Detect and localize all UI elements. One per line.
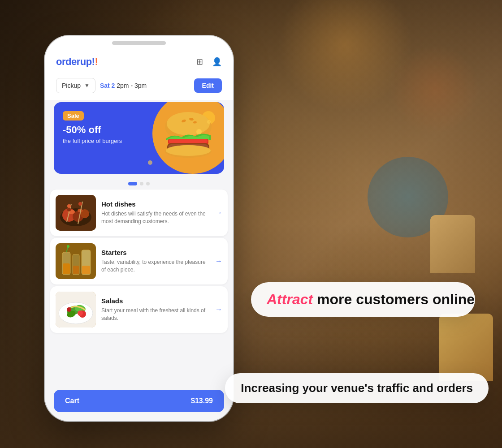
- edit-button[interactable]: Edit: [194, 78, 222, 93]
- attract-suffix: more customers online: [313, 291, 475, 307]
- cart-button[interactable]: Cart $13.99: [54, 390, 224, 412]
- promo-dot-2: [207, 120, 211, 124]
- salads-content: Salads Start your meal with the freshest…: [101, 297, 210, 322]
- promo-dot-3: [148, 160, 152, 165]
- promo-banner[interactable]: Sale -50% off the full price of burgers: [54, 102, 224, 174]
- starters-arrow[interactable]: →: [215, 257, 222, 265]
- salads-title: Salads: [101, 297, 210, 305]
- attract-highlight: Attract: [267, 291, 313, 307]
- sale-badge: Sale: [63, 111, 84, 121]
- traffic-callout: Increasing your venue's traffic and orde…: [225, 373, 489, 403]
- phone-screen: orderup!! ⊞ 👤 Pickup ▼ Sat 2 2pm - 3pm E…: [45, 36, 233, 421]
- carousel-dots: [45, 178, 233, 188]
- pickup-label: Pickup: [62, 82, 81, 89]
- logo-text: orderup!: [56, 56, 95, 67]
- hot-dishes-title: Hot dishes: [101, 200, 210, 208]
- starters-title: Starters: [101, 249, 210, 256]
- filter-icon[interactable]: ⊞: [196, 57, 203, 67]
- svg-point-22: [78, 202, 82, 206]
- svg-point-1: [167, 112, 210, 135]
- promo-dot-1: [196, 129, 202, 134]
- menu-item-salads[interactable]: Salads Start your meal with the freshest…: [50, 286, 228, 333]
- dot-3[interactable]: [146, 182, 150, 185]
- menu-item-starters[interactable]: Starters Taste, variability, to experien…: [50, 238, 228, 284]
- date-label: Sat 2: [100, 82, 115, 89]
- chair-1: [430, 215, 475, 273]
- logo-exclamation: !: [95, 56, 98, 67]
- phone-notch: [112, 41, 166, 45]
- time-label: 2pm - 3pm: [117, 82, 147, 89]
- hot-dishes-content: Hot dishes Hot dishes will satisfy the n…: [101, 200, 210, 225]
- promo-subtitle: the full price of burgers: [63, 138, 122, 144]
- hot-dishes-desc: Hot dishes will satisfy the needs of eve…: [101, 210, 210, 225]
- dot-1[interactable]: [128, 182, 137, 185]
- hot-dishes-arrow[interactable]: →: [215, 209, 222, 217]
- light-decoration-2: [390, 45, 480, 134]
- attract-callout-text: Attract more customers online: [267, 291, 459, 308]
- pickup-bar: Pickup ▼ Sat 2 2pm - 3pm Edit: [45, 74, 233, 100]
- menu-item-hot-dishes[interactable]: Hot dishes Hot dishes will satisfy the n…: [50, 190, 228, 236]
- svg-rect-27: [63, 263, 70, 274]
- phone-frame: orderup!! ⊞ 👤 Pickup ▼ Sat 2 2pm - 3pm E…: [45, 36, 233, 421]
- salads-arrow[interactable]: →: [215, 306, 222, 314]
- cart-label: Cart: [65, 397, 79, 405]
- svg-point-31: [67, 245, 69, 248]
- starters-content: Starters Taste, variability, to experien…: [101, 249, 210, 274]
- chair-2: [439, 314, 493, 381]
- traffic-callout-text: Increasing your venue's traffic and orde…: [241, 381, 473, 395]
- svg-rect-6: [169, 139, 208, 143]
- svg-point-10: [166, 145, 211, 156]
- phone-mockup: orderup!! ⊞ 👤 Pickup ▼ Sat 2 2pm - 3pm E…: [45, 36, 233, 421]
- burger-illustration: [159, 107, 217, 165]
- pickup-dropdown[interactable]: Pickup ▼: [56, 78, 95, 93]
- svg-point-39: [67, 307, 71, 312]
- salads-image: [56, 292, 96, 327]
- starters-desc: Taste, variability, to experience the pl…: [101, 258, 210, 274]
- svg-point-19: [67, 204, 71, 208]
- svg-rect-29: [82, 266, 90, 274]
- svg-rect-28: [73, 266, 79, 274]
- chevron-down-icon: ▼: [84, 82, 90, 89]
- promo-text-block: Sale -50% off the full price of burgers: [63, 111, 122, 144]
- attract-callout: Attract more customers online: [251, 282, 475, 317]
- starters-image: [56, 243, 96, 279]
- app-logo: orderup!!: [56, 56, 98, 68]
- svg-point-20: [67, 208, 71, 211]
- promo-discount: -50% off: [63, 124, 122, 136]
- hot-dishes-image: [56, 195, 96, 231]
- dot-2[interactable]: [140, 182, 143, 185]
- cart-price: $13.99: [191, 397, 213, 405]
- header-icons: ⊞ 👤: [196, 57, 222, 67]
- date-time-display: Sat 2 2pm - 3pm: [100, 82, 190, 89]
- profile-icon[interactable]: 👤: [212, 57, 222, 67]
- svg-point-38: [78, 310, 83, 316]
- salads-desc: Start your meal with the freshest all ki…: [101, 307, 210, 322]
- menu-list: Hot dishes Hot dishes will satisfy the n…: [45, 188, 233, 412]
